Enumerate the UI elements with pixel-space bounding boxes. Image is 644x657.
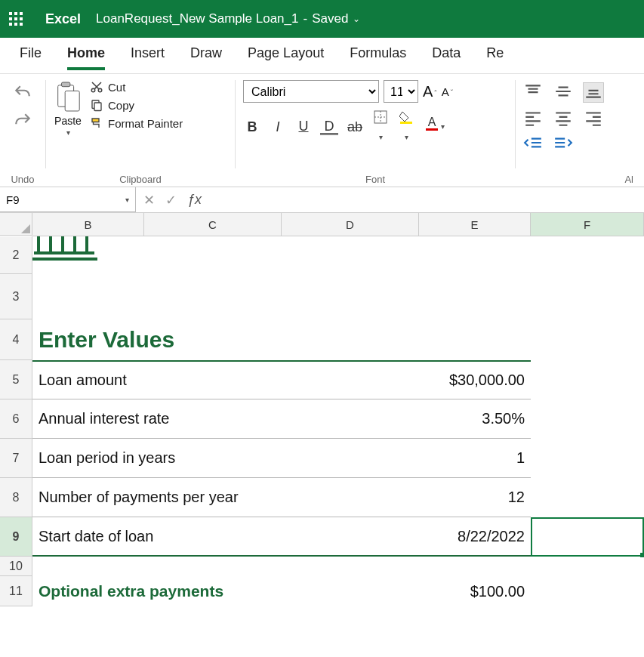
tab-home[interactable]: Home — [67, 45, 105, 70]
tab-review-cut[interactable]: Re — [486, 45, 504, 67]
cell-grid[interactable]: Enter Values Loan amount $30,000.00 Annu… — [32, 236, 644, 606]
value-start-date[interactable]: 8/22/2022 — [419, 517, 531, 557]
formula-bar: F9 ▾ ✕ ✓ ƒx — [0, 187, 644, 213]
row-header-11[interactable]: 11 — [0, 576, 32, 606]
value-annual-rate[interactable]: 3.50% — [419, 399, 531, 439]
italic-button[interactable]: I — [269, 119, 287, 135]
row-header-9[interactable]: 9 — [0, 517, 32, 557]
bank-icon — [32, 236, 102, 267]
row-header-10[interactable]: 10 — [0, 557, 32, 576]
chevron-down-icon: ▾ — [125, 196, 129, 204]
svg-point-4 — [98, 88, 102, 92]
formula-input[interactable] — [209, 187, 644, 212]
label-payments-per-year: Number of payments per year — [32, 478, 144, 517]
underline-button[interactable]: U — [294, 119, 313, 135]
group-label-clipboard: Clipboard — [54, 171, 227, 185]
col-header-C[interactable]: C — [144, 213, 282, 236]
row-header-3[interactable]: 3 — [0, 274, 32, 319]
paste-button[interactable]: Paste ▾ — [54, 80, 82, 137]
grow-font-button[interactable]: Aˆ — [423, 83, 437, 100]
font-size-select[interactable]: 11 — [384, 80, 418, 103]
row-header-2[interactable]: 2 — [0, 236, 32, 274]
value-optional-extra[interactable]: $100.00 — [419, 576, 531, 606]
tab-insert[interactable]: Insert — [131, 45, 165, 67]
svg-rect-8 — [400, 122, 412, 124]
group-label-undo: Undo — [8, 171, 38, 185]
decrease-indent-button[interactable] — [523, 136, 543, 152]
align-left-button[interactable] — [523, 110, 543, 128]
accept-formula-button[interactable]: ✓ — [165, 192, 177, 208]
value-payments-per-year[interactable]: 12 — [419, 478, 531, 517]
copy-button[interactable]: Copy — [90, 98, 183, 112]
svg-rect-2 — [65, 91, 79, 111]
section-title: Enter Values — [32, 319, 144, 360]
undo-button[interactable] — [13, 83, 32, 106]
row-header-8[interactable]: 8 — [0, 478, 32, 517]
row-header-7[interactable]: 7 — [0, 439, 32, 478]
select-all-corner[interactable] — [0, 213, 32, 236]
label-start-date: Start date of loan — [32, 517, 144, 557]
borders-button[interactable]: ▾ — [371, 110, 390, 143]
value-period-years[interactable]: 1 — [419, 439, 531, 478]
tab-file[interactable]: File — [20, 45, 42, 67]
name-box[interactable]: F9 ▾ — [0, 187, 136, 212]
double-underline-button[interactable]: D — [320, 119, 338, 135]
shrink-font-button[interactable]: Aˇ — [442, 85, 453, 98]
col-header-B[interactable]: B — [32, 213, 144, 236]
row-header-6[interactable]: 6 — [0, 399, 32, 439]
label-annual-rate: Annual interest rate — [32, 399, 144, 439]
redo-button[interactable] — [13, 111, 32, 134]
increase-indent-button[interactable] — [553, 136, 573, 152]
format-painter-button[interactable]: Format Painter — [90, 116, 183, 130]
document-title[interactable]: LoanRequest_New Sample Loan_1 - Saved ⌄ — [96, 11, 360, 26]
tab-formulas[interactable]: Formulas — [350, 45, 406, 67]
align-bottom-button[interactable] — [584, 83, 603, 102]
app-name: Excel — [45, 11, 81, 27]
align-right-button[interactable] — [584, 110, 603, 128]
svg-rect-6 — [94, 103, 101, 111]
ribbon-tabs: File Home Insert Draw Page Layout Formul… — [0, 38, 644, 74]
cut-button[interactable]: Cut — [90, 80, 183, 94]
bold-button[interactable]: B — [243, 119, 261, 135]
svg-rect-1 — [61, 82, 69, 87]
cancel-formula-button[interactable]: ✕ — [143, 192, 155, 208]
fx-icon[interactable]: ƒx — [187, 192, 202, 208]
font-name-select[interactable]: Calibri — [243, 80, 379, 103]
fill-color-button[interactable]: ▾ — [397, 110, 415, 143]
align-top-button[interactable] — [523, 83, 543, 102]
font-color-button[interactable]: A ▾ — [423, 116, 441, 138]
tab-draw[interactable]: Draw — [190, 45, 222, 67]
label-period-years: Loan period in years — [32, 439, 144, 478]
group-label-font: Font — [243, 171, 507, 185]
ribbon: Undo Paste ▾ Cut Copy Format Pa — [0, 74, 644, 187]
align-center-button[interactable] — [553, 110, 573, 128]
value-loan-amount[interactable]: $30,000.00 — [419, 360, 531, 399]
group-label-alignment: Al — [523, 171, 636, 185]
tab-data[interactable]: Data — [432, 45, 461, 67]
doc-name: LoanRequest_New Sample Loan_1 — [96, 11, 298, 26]
col-header-E[interactable]: E — [419, 213, 531, 236]
col-header-D[interactable]: D — [282, 213, 419, 236]
svg-point-3 — [91, 88, 95, 92]
chevron-down-icon: ⌄ — [353, 14, 360, 24]
label-optional-extra: Optional extra payments — [32, 576, 144, 606]
app-launcher-icon[interactable] — [9, 12, 23, 26]
save-status: Saved — [312, 11, 348, 26]
tab-page-layout[interactable]: Page Layout — [248, 45, 324, 67]
align-middle-button[interactable] — [553, 83, 573, 102]
row-header-5[interactable]: 5 — [0, 360, 32, 399]
col-header-F[interactable]: F — [531, 213, 644, 236]
label-loan-amount: Loan amount — [32, 360, 144, 399]
row-header-4[interactable]: 4 — [0, 319, 32, 360]
strikethrough-button[interactable]: ab — [346, 119, 364, 135]
chevron-down-icon: ▾ — [66, 128, 70, 137]
